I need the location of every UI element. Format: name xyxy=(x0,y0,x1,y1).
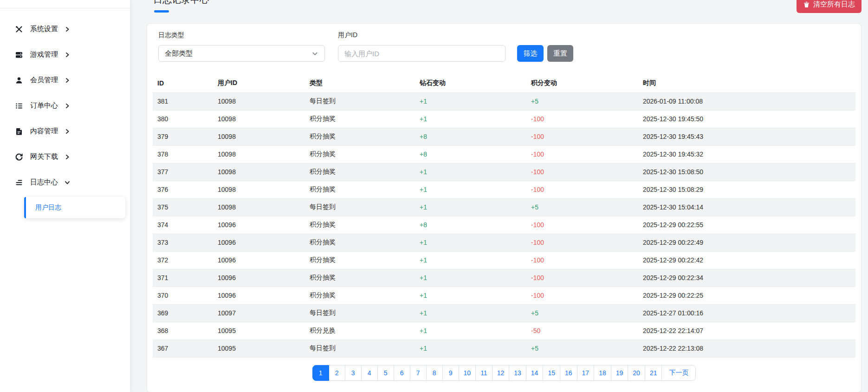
table-cell: 10096 xyxy=(213,234,305,251)
sidebar-item-7[interactable]: 日志中心 xyxy=(0,170,130,195)
tools-icon xyxy=(15,25,23,33)
page-button-9[interactable]: 9 xyxy=(442,365,459,381)
table-cell: +1 xyxy=(415,234,526,251)
title-wrap: 日志记录中心 xyxy=(153,0,209,13)
table-cell: 370 xyxy=(153,287,213,304)
page-button-10[interactable]: 10 xyxy=(459,365,476,381)
table-cell: 2025-12-30 15:08:50 xyxy=(638,163,855,181)
page-button-8[interactable]: 8 xyxy=(426,365,443,381)
sidebar-item-4[interactable]: 订单中心 xyxy=(0,93,130,118)
table-cell: +8 xyxy=(415,145,526,163)
page-button-5[interactable]: 5 xyxy=(377,365,394,381)
table-row: 36810095积分兑换+1-502025-12-22 22:14:07 xyxy=(153,322,855,340)
table-row: 38110098每日签到+1+52026-01-09 11:00:08 xyxy=(153,92,855,110)
trash-icon xyxy=(803,1,810,8)
next-page-button[interactable]: 下一页 xyxy=(661,365,696,381)
table-cell: +1 xyxy=(415,92,526,110)
table-cell: -100 xyxy=(526,145,638,163)
table-cell: -100 xyxy=(526,234,638,251)
page-button-7[interactable]: 7 xyxy=(410,365,427,381)
sidebar-item-5[interactable]: 内容管理 xyxy=(0,118,130,144)
table-cell: 10098 xyxy=(213,92,305,110)
table-cell: 374 xyxy=(153,216,213,234)
table-cell: 2025-12-29 00:22:34 xyxy=(638,269,855,287)
table-cell: 积分抽奖 xyxy=(305,234,415,251)
table-cell: 10095 xyxy=(213,340,305,357)
page-button-12[interactable]: 12 xyxy=(492,365,510,381)
page-button-17[interactable]: 17 xyxy=(577,365,595,381)
table-cell: 2025-12-22 22:14:07 xyxy=(638,322,855,340)
page-button-13[interactable]: 13 xyxy=(509,365,526,381)
table-cell: 379 xyxy=(153,128,213,145)
chevron-down-icon xyxy=(312,51,318,57)
table-cell: 10097 xyxy=(213,304,305,322)
table-cell: -100 xyxy=(526,269,638,287)
table-row: 37610098积分抽奖+1-1002025-12-30 15:08:29 xyxy=(153,181,855,198)
table-row: 37910098积分抽奖+8-1002025-12-30 19:45:43 xyxy=(153,128,855,145)
table-row: 38010098积分抽奖+1-1002025-12-30 19:45:50 xyxy=(153,110,855,128)
log-type-selected-value: 全部类型 xyxy=(165,49,193,58)
gateway-icon xyxy=(15,153,23,161)
page-button-1[interactable]: 1 xyxy=(312,365,329,381)
page-button-2[interactable]: 2 xyxy=(329,365,345,381)
sidebar-item-2[interactable]: 游戏管理 xyxy=(0,42,130,67)
sidebar-item-3[interactable]: 会员管理 xyxy=(0,67,130,93)
page-header: 日志记录中心 清空所有日志 xyxy=(147,0,862,23)
table-cell: 积分抽奖 xyxy=(305,163,415,181)
table-cell: -100 xyxy=(526,163,638,181)
table-cell: +1 xyxy=(415,181,526,198)
title-underline xyxy=(154,10,169,13)
page-button-6[interactable]: 6 xyxy=(394,365,410,381)
user-id-input[interactable] xyxy=(338,45,505,62)
log-type-select[interactable]: 全部类型 xyxy=(158,45,325,62)
reset-button[interactable]: 重置 xyxy=(547,45,573,62)
table-cell: 每日签到 xyxy=(305,304,415,322)
table-cell: 2025-12-30 19:45:43 xyxy=(638,128,855,145)
table-cell: +8 xyxy=(415,128,526,145)
table-cell: 10098 xyxy=(213,145,305,163)
page-button-15[interactable]: 15 xyxy=(543,365,560,381)
chevron-right-icon xyxy=(65,103,70,109)
filter-button[interactable]: 筛选 xyxy=(517,45,544,62)
table-cell: 积分兑换 xyxy=(305,322,415,340)
active-indicator-bar xyxy=(24,197,26,218)
table-cell: +1 xyxy=(415,340,526,357)
sidebar-top-divider xyxy=(0,0,130,8)
table-cell: 积分抽奖 xyxy=(305,110,415,128)
sidebar-submenu-item-user-logs[interactable]: 用户日志 xyxy=(24,197,125,218)
page-button-18[interactable]: 18 xyxy=(594,365,611,381)
filter-bar: 日志类型 全部类型 用户ID 筛选 重置 xyxy=(153,30,855,62)
page-button-16[interactable]: 16 xyxy=(560,365,577,381)
page-button-14[interactable]: 14 xyxy=(526,365,544,381)
page-button-11[interactable]: 11 xyxy=(475,365,492,381)
table-cell: +1 xyxy=(415,287,526,304)
page-button-3[interactable]: 3 xyxy=(345,365,362,381)
table-cell: 381 xyxy=(153,92,213,110)
table-cell: 372 xyxy=(153,251,213,269)
page-button-4[interactable]: 4 xyxy=(361,365,378,381)
table-row: 36710095每日签到+1+52025-12-22 22:13:08 xyxy=(153,340,855,357)
table-cell: 2025-12-29 00:22:25 xyxy=(638,287,855,304)
sidebar: 系统设置游戏管理会员管理订单中心内容管理网关下载日志中心用户日志 xyxy=(0,0,130,392)
table-cell: -50 xyxy=(526,322,638,340)
sidebar-item-6[interactable]: 网关下载 xyxy=(0,144,130,170)
chevron-down-icon xyxy=(65,180,70,185)
table-cell: +1 xyxy=(415,251,526,269)
table-cell: 10098 xyxy=(213,128,305,145)
server-icon xyxy=(15,51,23,59)
sidebar-item-1[interactable]: 系统设置 xyxy=(0,16,130,42)
table-cell: 10098 xyxy=(213,181,305,198)
page-button-21[interactable]: 21 xyxy=(645,365,662,381)
submenu-item-label: 用户日志 xyxy=(24,203,61,212)
table-cell: 380 xyxy=(153,110,213,128)
table-row: 37710098积分抽奖+1-1002025-12-30 15:08:50 xyxy=(153,163,855,181)
table-cell: +1 xyxy=(415,322,526,340)
page-button-19[interactable]: 19 xyxy=(611,365,628,381)
table-row: 37210096积分抽奖+1-1002025-12-29 00:22:42 xyxy=(153,251,855,269)
table-cell: 373 xyxy=(153,234,213,251)
table-cell: +1 xyxy=(415,163,526,181)
table-cell: 375 xyxy=(153,198,213,216)
page-button-20[interactable]: 20 xyxy=(628,365,645,381)
table-row: 36910097每日签到+1+52025-12-27 01:00:16 xyxy=(153,304,855,322)
clear-all-logs-button[interactable]: 清空所有日志 xyxy=(797,0,862,13)
